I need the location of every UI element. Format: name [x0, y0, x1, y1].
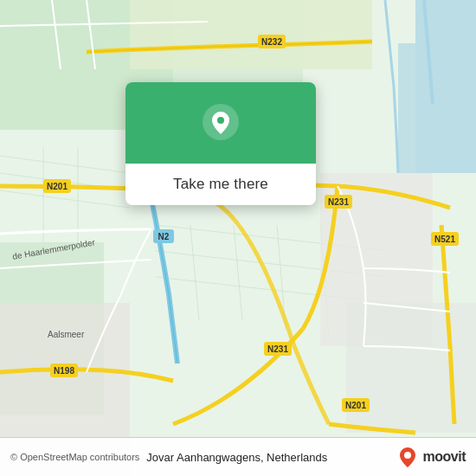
svg-line-15: [234, 225, 242, 320]
location-text: Jovar Aanhangwagens, Netherlands: [146, 451, 327, 464]
attribution-left: © OpenStreetMap contributors Jovar Aanha…: [10, 451, 327, 464]
svg-text:Aalsmeer: Aalsmeer: [48, 330, 85, 339]
take-me-there-button[interactable]: Take me there: [173, 176, 268, 193]
svg-text:N201: N201: [345, 401, 366, 410]
popup-green-header: [125, 82, 316, 164]
svg-point-45: [404, 452, 411, 459]
svg-text:N521: N521: [434, 235, 455, 244]
osm-copyright: © OpenStreetMap contributors: [10, 452, 139, 462]
svg-point-44: [217, 117, 224, 124]
moovit-text: moovit: [423, 449, 466, 465]
map-svg: N232 N231 N231 N231 N201 N201 N521 N198 …: [0, 0, 476, 476]
moovit-pin-icon: [396, 445, 420, 469]
location-pin-icon: [202, 103, 240, 141]
svg-rect-5: [130, 0, 372, 69]
popup-button-area[interactable]: Take me there: [125, 164, 316, 205]
svg-line-14: [190, 225, 199, 320]
svg-text:N201: N201: [47, 182, 68, 191]
svg-text:N231: N231: [267, 344, 288, 354]
map-container: N232 N231 N231 N231 N201 N201 N521 N198 …: [0, 0, 476, 476]
svg-rect-1: [398, 43, 415, 173]
svg-line-6: [0, 156, 130, 173]
svg-text:N2: N2: [158, 232, 170, 241]
moovit-logo: moovit: [396, 445, 466, 469]
svg-text:N232: N232: [261, 37, 282, 47]
attribution-bar: © OpenStreetMap contributors Jovar Aanha…: [0, 437, 476, 476]
svg-text:N198: N198: [54, 366, 74, 376]
popup-card: Take me there: [125, 82, 316, 205]
svg-text:N231: N231: [328, 197, 349, 207]
